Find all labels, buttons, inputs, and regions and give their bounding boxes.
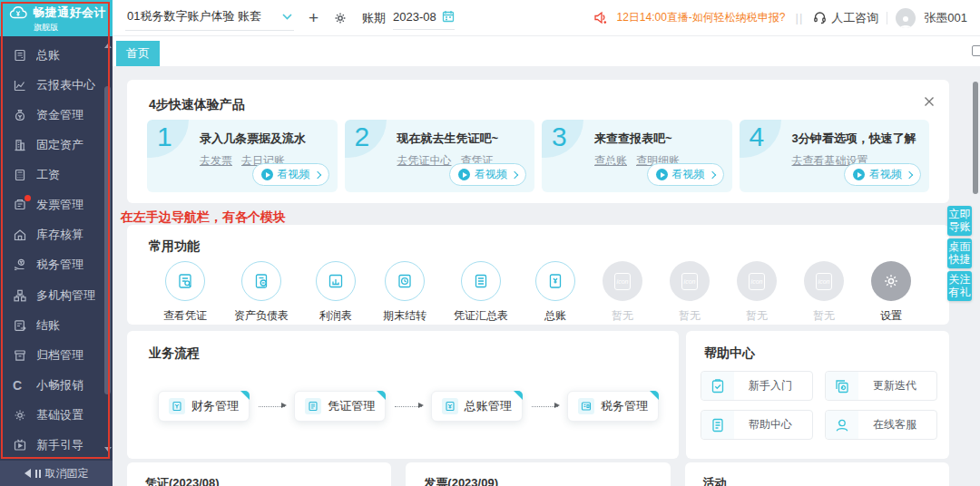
- common-fn-voucher-summary[interactable]: 凭证汇总表: [454, 261, 508, 324]
- sidebar-item-multi-org[interactable]: 多机构管理: [0, 282, 98, 309]
- common-functions-card: 常用功能 查看凭证 资产负债表 利润表 期末结转 凭证汇总表: [127, 225, 949, 325]
- account-name: 01税务数字账户体验 账套: [127, 8, 275, 24]
- document-icon: [701, 411, 734, 439]
- help-beginner-button[interactable]: 新手入门: [701, 371, 813, 401]
- period-value: 2023-08: [393, 10, 436, 24]
- layers-refresh-icon: [826, 372, 858, 400]
- period-label: 账期: [362, 10, 386, 26]
- support-link[interactable]: 人工咨询: [813, 10, 878, 26]
- avatar[interactable]: [896, 8, 916, 28]
- cloud-report-icon: [13, 78, 27, 92]
- view-voucher-icon: [165, 261, 205, 301]
- sidebar-item-basic-settings[interactable]: 基础设置: [0, 402, 98, 429]
- sidebar-item-closing[interactable]: 结账: [0, 312, 98, 339]
- quick-step-4: 4 3分钟看选项，快速了解 去查看基础设置 看视频: [740, 120, 930, 192]
- flow-node-finance[interactable]: 财务管理: [158, 391, 250, 422]
- play-icon: [853, 169, 865, 180]
- sidebar-item-reimbursement[interactable]: C 小畅报销: [0, 372, 98, 399]
- desktop-shortcut-button[interactable]: 桌面快捷: [947, 238, 972, 268]
- username[interactable]: 张墨001: [924, 10, 967, 26]
- sidebar-item-general-ledger[interactable]: 总账: [0, 42, 98, 69]
- guide-video-icon: [13, 438, 27, 452]
- sidebar-item-archive[interactable]: 归档管理: [0, 342, 98, 369]
- common-fn-empty-slot: icon 暂无: [804, 261, 844, 324]
- account-selector[interactable]: 01税务数字账户体验 账套: [125, 5, 294, 31]
- play-icon: [458, 169, 470, 180]
- flow-node-voucher[interactable]: 凭证管理: [294, 391, 386, 422]
- period-closing-icon: [385, 261, 425, 301]
- panel-toggle-icon[interactable]: [972, 45, 980, 56]
- speaker-icon: [593, 11, 608, 24]
- voucher-summary-icon: [461, 261, 501, 301]
- main-content: 4步快速体验产品 1 录入几条票据及流水 去发票 去日记账 看视频: [113, 66, 980, 486]
- ledger-book-icon: [442, 398, 458, 414]
- archive-box-icon: [13, 348, 27, 363]
- tab-home[interactable]: 首页: [116, 41, 160, 66]
- header-divider: [887, 12, 887, 24]
- closing-icon: [13, 318, 27, 333]
- common-fn-settings[interactable]: 设置: [871, 261, 911, 324]
- help-updates-button[interactable]: 更新迭代: [825, 371, 937, 401]
- quick-start-title: 4步快速体验产品: [149, 97, 245, 113]
- headset-icon: [813, 11, 827, 24]
- floating-buttons: 立即导账 桌面快捷 关注有礼: [947, 206, 972, 301]
- common-fn-view-voucher[interactable]: 查看凭证: [163, 261, 207, 324]
- period-selector[interactable]: 2023-08: [393, 6, 455, 30]
- sidebar-item-funds[interactable]: 资金管理: [0, 102, 98, 129]
- tax-icon: [13, 258, 27, 272]
- help-center-button[interactable]: 帮助中心: [701, 410, 813, 440]
- flow-node-tax[interactable]: 税务管理: [567, 391, 659, 422]
- sidebar-item-fixed-assets[interactable]: 固定资产: [0, 131, 98, 159]
- live-broadcast-notice[interactable]: 12日14:00直播-如何轻松纳税申报?: [616, 10, 785, 25]
- sidebar-item-invoices[interactable]: 发票管理: [0, 191, 98, 219]
- voucher-card-title: 凭证(2023/08): [145, 476, 220, 486]
- watch-video-button[interactable]: 看视频: [844, 163, 921, 186]
- help-center-card: 帮助中心 新手入门 更新迭代 帮助中心 在线客服: [686, 331, 949, 459]
- sidebar-item-inventory[interactable]: 库存核算: [0, 221, 98, 248]
- warehouse-icon: [13, 228, 27, 242]
- help-center-title: 帮助中心: [704, 345, 755, 362]
- follow-reward-button[interactable]: 关注有礼: [947, 271, 972, 301]
- common-fn-empty-slot: icon 暂无: [670, 261, 710, 324]
- watch-video-button[interactable]: 看视频: [449, 163, 526, 186]
- support-label: 人工咨询: [831, 10, 878, 26]
- common-fn-empty-slot: icon 暂无: [737, 261, 777, 324]
- sidebar-item-salary[interactable]: 工资: [0, 161, 98, 189]
- watch-video-button[interactable]: 看视频: [647, 163, 724, 186]
- flow-arrow: [395, 406, 421, 407]
- sidebar-item-beginner-guide[interactable]: 新手引导: [0, 432, 98, 459]
- placeholder-icon: icon: [737, 261, 777, 301]
- sidebar-scrollbar[interactable]: [104, 86, 111, 394]
- xiaochang-c-icon: C: [13, 378, 27, 393]
- voucher-card: 凭证(2023/08): [127, 462, 391, 486]
- activity-card: 活动: [685, 462, 949, 486]
- tab-bar: 首页: [113, 36, 980, 66]
- sidebar-scroll-up-icon[interactable]: [104, 44, 112, 48]
- link-go-invoice[interactable]: 去发票: [200, 153, 232, 169]
- common-fn-period-closing[interactable]: 期末结转: [383, 261, 426, 324]
- ledger-icon: [13, 48, 27, 63]
- common-fn-general-ledger[interactable]: 总账: [535, 261, 575, 324]
- close-icon[interactable]: [924, 96, 935, 107]
- chevron-right-icon: [313, 170, 320, 178]
- main-scrollbar[interactable]: [973, 82, 978, 194]
- unpin-arrow-icon: [24, 469, 31, 478]
- add-account-button[interactable]: +: [309, 11, 318, 25]
- link-voucher-center[interactable]: 去凭证中心: [397, 153, 452, 169]
- sidebar-scroll-down-icon[interactable]: [104, 447, 112, 452]
- help-online-service-button[interactable]: 在线客服: [825, 410, 937, 440]
- common-fn-income-statement[interactable]: 利润表: [316, 261, 356, 324]
- sidebar-item-cloud-reports[interactable]: 云报表中心: [0, 72, 98, 99]
- sidebar-item-tax[interactable]: 税务管理: [0, 251, 98, 278]
- flow-arrow: [532, 406, 558, 407]
- gear-icon[interactable]: [333, 11, 348, 25]
- import-accounts-button[interactable]: 立即导账: [947, 206, 972, 236]
- link-general-ledger[interactable]: 查总账: [594, 153, 627, 169]
- flow-node-ledger[interactable]: 总账管理: [431, 391, 523, 422]
- common-fn-balance-sheet[interactable]: 资产负债表: [234, 261, 289, 324]
- unpin-sidebar-button[interactable]: 取消固定: [0, 461, 113, 486]
- header-divider: ||: [796, 11, 804, 24]
- cloud-logo-icon: [9, 5, 29, 20]
- chevron-down-icon: [282, 14, 292, 20]
- watch-video-button[interactable]: 看视频: [252, 163, 329, 186]
